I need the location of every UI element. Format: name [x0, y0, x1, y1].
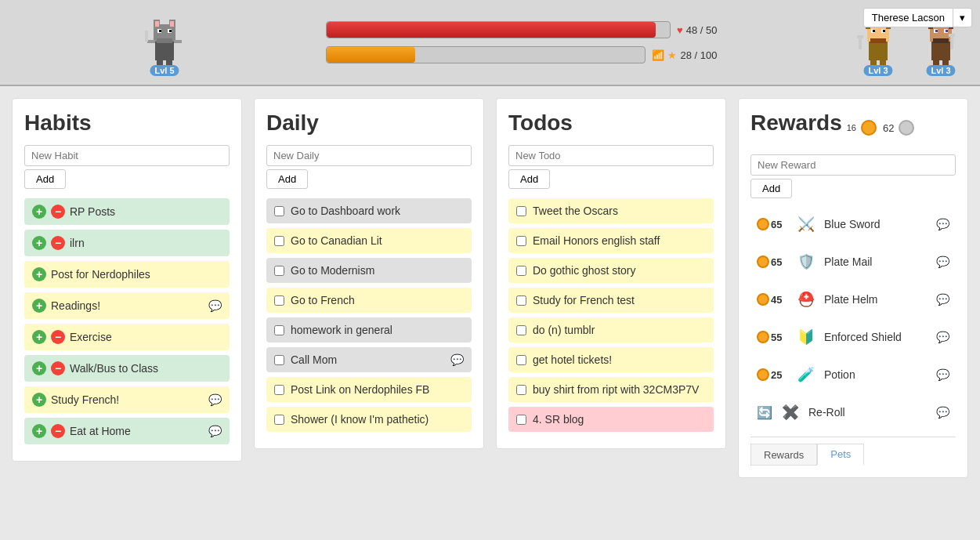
- reward-tab-pets[interactable]: Pets: [817, 444, 864, 466]
- todo-checkbox[interactable]: [516, 385, 526, 395]
- todo-checkbox[interactable]: [516, 295, 526, 306]
- todo-checkbox[interactable]: [516, 206, 526, 216]
- reward-item-icon: ⚔️: [794, 212, 818, 236]
- habit-plus-icon[interactable]: +: [32, 330, 46, 344]
- user-dropdown[interactable]: Therese Lacson ▾: [863, 8, 972, 27]
- reward-chat-icon[interactable]: 💬: [936, 368, 949, 381]
- rewards-column: Rewards 16 62 Add 65⚔️Blue Sword💬65🛡️Pla…: [738, 98, 968, 478]
- daily-input[interactable]: [266, 145, 472, 166]
- habit-plus-icon[interactable]: +: [32, 393, 46, 407]
- habit-minus-icon[interactable]: −: [51, 424, 65, 438]
- habit-minus-icon[interactable]: −: [51, 236, 65, 250]
- xp-value: 28 / 100: [680, 49, 717, 61]
- dropdown-caret-button[interactable]: ▾: [953, 8, 972, 27]
- daily-checkbox[interactable]: [274, 355, 284, 365]
- daily-checkbox[interactable]: [274, 236, 284, 246]
- reward-item[interactable]: 55🔰Enforced Shield💬: [750, 321, 956, 353]
- habit-minus-icon[interactable]: −: [51, 361, 65, 375]
- reward-label: Enforced Shield: [824, 331, 930, 343]
- reward-item[interactable]: 45⛑️Plate Helm💬: [750, 283, 956, 316]
- chat-icon[interactable]: 💬: [208, 393, 222, 406]
- todo-item: buy shirt from ript with 32CM3P7V: [508, 377, 714, 402]
- habit-plus-icon[interactable]: +: [32, 267, 46, 281]
- svg-rect-41: [949, 34, 955, 37]
- reward-chat-icon[interactable]: 💬: [936, 218, 949, 230]
- reward-label: Blue Sword: [824, 218, 930, 230]
- todos-add-button[interactable]: Add: [508, 169, 550, 189]
- reward-tab-rewards[interactable]: Rewards: [750, 444, 817, 466]
- habit-plus-icon[interactable]: +: [32, 205, 46, 219]
- xp-bar-icon: 📶: [652, 49, 664, 61]
- daily-item: Go to Dashboard work: [266, 198, 472, 223]
- habit-item: +−Walk/Bus to Class: [24, 355, 230, 382]
- todo-item: Do gothic ghost story: [508, 258, 714, 283]
- habit-label: Walk/Bus to Class: [70, 362, 222, 375]
- reward-label: Re-Roll: [808, 406, 930, 419]
- daily-checkbox[interactable]: [274, 415, 284, 425]
- coin-count: 16: [847, 123, 856, 132]
- daily-label: Post Link on Nerdophiles FB: [291, 383, 464, 396]
- daily-item: homework in general: [266, 317, 472, 342]
- daily-checkbox[interactable]: [274, 266, 284, 276]
- daily-checkbox[interactable]: [274, 206, 284, 216]
- coin-icon-large: [861, 120, 877, 136]
- habit-plus-icon[interactable]: +: [32, 236, 46, 250]
- todo-label: Email Honors english staff: [533, 234, 706, 247]
- rewards-input[interactable]: [750, 154, 956, 176]
- daily-item: Call Mom💬: [266, 347, 472, 372]
- daily-checkbox[interactable]: [274, 385, 284, 395]
- habit-plus-icon[interactable]: +: [32, 361, 46, 375]
- username-button[interactable]: Therese Lacson: [863, 8, 953, 27]
- reward-label: Plate Helm: [824, 293, 930, 306]
- habit-plus-icon[interactable]: +: [32, 299, 46, 313]
- daily-checkbox[interactable]: [274, 325, 284, 335]
- habits-column: Habits Add +−RP Posts+−ilrn+Post for Ner…: [12, 98, 242, 462]
- svg-rect-4: [155, 21, 159, 27]
- chat-icon[interactable]: 💬: [208, 299, 222, 312]
- reward-chat-icon[interactable]: 💬: [936, 293, 949, 306]
- habits-add-button[interactable]: Add: [24, 169, 66, 189]
- reward-chat-icon[interactable]: 💬: [936, 406, 949, 419]
- svg-rect-9: [169, 30, 172, 32]
- reward-cost-value: 45: [771, 294, 782, 306]
- reward-item[interactable]: 65🛡️Plate Mail💬: [750, 245, 956, 278]
- habits-input[interactable]: [24, 145, 230, 166]
- daily-checkbox[interactable]: [274, 295, 284, 306]
- svg-rect-27: [859, 37, 862, 49]
- todo-checkbox[interactable]: [516, 355, 526, 365]
- daily-item: Go to Modernism: [266, 258, 472, 283]
- reward-item-icon: ✖️: [779, 400, 802, 424]
- daily-label: Call Mom: [291, 353, 444, 366]
- todo-label: get hotel tickets!: [533, 353, 706, 366]
- todo-checkbox[interactable]: [516, 325, 526, 335]
- todo-checkbox[interactable]: [516, 236, 526, 246]
- player-sprite: [141, 15, 188, 70]
- daily-add-button[interactable]: Add: [266, 169, 308, 189]
- gem-count: 62: [883, 122, 894, 134]
- chat-icon[interactable]: 💬: [208, 425, 222, 437]
- habit-minus-icon[interactable]: −: [51, 205, 65, 219]
- habit-minus-icon[interactable]: −: [51, 330, 65, 344]
- reward-item[interactable]: 65⚔️Blue Sword💬: [750, 208, 956, 241]
- habit-item: +−ilrn: [24, 230, 230, 256]
- habit-item: +Post for Nerdophiles: [24, 261, 230, 288]
- svg-rect-23: [883, 30, 885, 32]
- todo-checkbox[interactable]: [516, 266, 526, 276]
- chat-icon[interactable]: 💬: [450, 353, 464, 366]
- todos-list: Tweet the OscarsEmail Honors english sta…: [508, 198, 714, 432]
- habit-label: RP Posts: [70, 205, 222, 218]
- hp-value: 48 / 50: [686, 24, 718, 36]
- reward-item[interactable]: 🔄✖️Re-Roll💬: [750, 396, 956, 429]
- reward-chat-icon[interactable]: 💬: [936, 331, 949, 343]
- reward-chat-icon[interactable]: 💬: [936, 256, 949, 268]
- daily-column: Daily Add Go to Dashboard workGo to Cana…: [254, 98, 484, 449]
- todo-checkbox[interactable]: [516, 415, 526, 425]
- habit-plus-icon[interactable]: +: [32, 424, 46, 438]
- todos-input[interactable]: [508, 145, 714, 166]
- companion1-level-badge: Lvl 3: [863, 65, 892, 76]
- reward-item[interactable]: 25🧪Potion💬: [750, 358, 956, 391]
- hp-bar-row: ♥ 48 / 50: [326, 21, 718, 38]
- rewards-add-button[interactable]: Add: [750, 179, 792, 198]
- todo-label: Study for French test: [533, 294, 706, 306]
- svg-rect-10: [157, 38, 172, 43]
